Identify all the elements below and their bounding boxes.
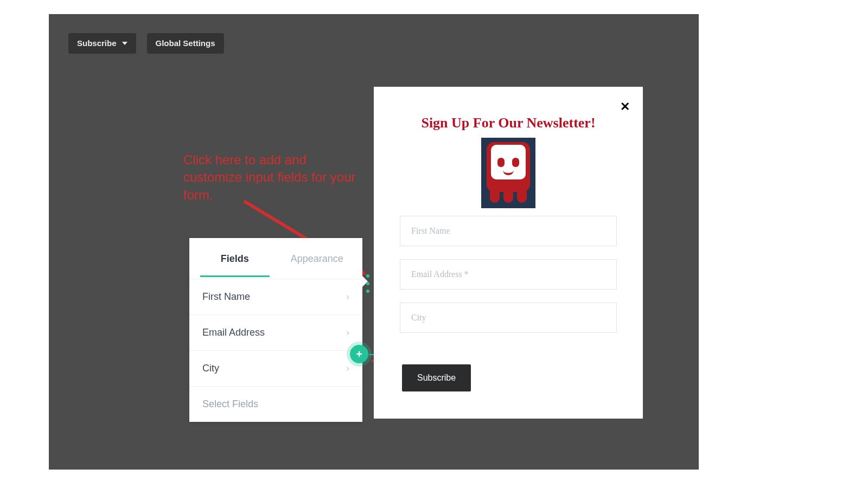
field-row-first-name[interactable]: First Name ›: [189, 279, 362, 315]
top-toolbar: Subscribe Global Settings: [68, 33, 224, 54]
fields-panel: Fields Appearance First Name › Email Add…: [189, 238, 362, 422]
field-label: City: [202, 363, 219, 374]
form-headline: Sign Up For Our Newsletter!: [374, 115, 643, 131]
tab-fields[interactable]: Fields: [194, 240, 276, 277]
mascot-icon: [487, 142, 530, 192]
select-fields-row[interactable]: Select Fields: [189, 387, 362, 422]
field-row-email[interactable]: Email Address ›: [189, 315, 362, 351]
caret-down-icon: [122, 42, 127, 45]
panel-tabs: Fields Appearance: [189, 238, 362, 279]
field-label: Email Address: [202, 327, 265, 338]
add-block-button[interactable]: +: [350, 345, 368, 363]
email-input[interactable]: Email Address *: [400, 259, 617, 290]
form-preview: ✕ Sign Up For Our Newsletter! First Name…: [374, 87, 643, 419]
annotation-fields-hint: Click here to add and customize input fi…: [183, 151, 357, 204]
chevron-right-icon: ›: [346, 363, 349, 374]
plus-icon: +: [356, 348, 362, 361]
subscribe-submit-button[interactable]: Subscribe: [402, 364, 471, 391]
select-fields-label: Select Fields: [202, 399, 258, 410]
preview-form-body: First Name Email Address * City: [400, 216, 617, 333]
tab-appearance[interactable]: Appearance: [276, 240, 359, 277]
subscribe-label: Subscribe: [77, 38, 117, 48]
chevron-right-icon: ›: [346, 291, 349, 303]
subscribe-dropdown[interactable]: Subscribe: [68, 33, 136, 54]
drag-handle-icon[interactable]: [366, 274, 369, 293]
close-icon[interactable]: ✕: [620, 100, 630, 114]
field-row-city[interactable]: City ›: [189, 351, 362, 387]
chevron-right-icon: ›: [346, 327, 349, 338]
first-name-input[interactable]: First Name: [400, 216, 617, 246]
form-logo: [481, 138, 535, 208]
global-settings-button[interactable]: Global Settings: [147, 33, 224, 54]
editor-canvas: Subscribe Global Settings Click here to …: [49, 14, 699, 470]
field-label: First Name: [202, 291, 250, 303]
global-settings-label: Global Settings: [156, 38, 215, 48]
city-input[interactable]: City: [400, 303, 617, 333]
